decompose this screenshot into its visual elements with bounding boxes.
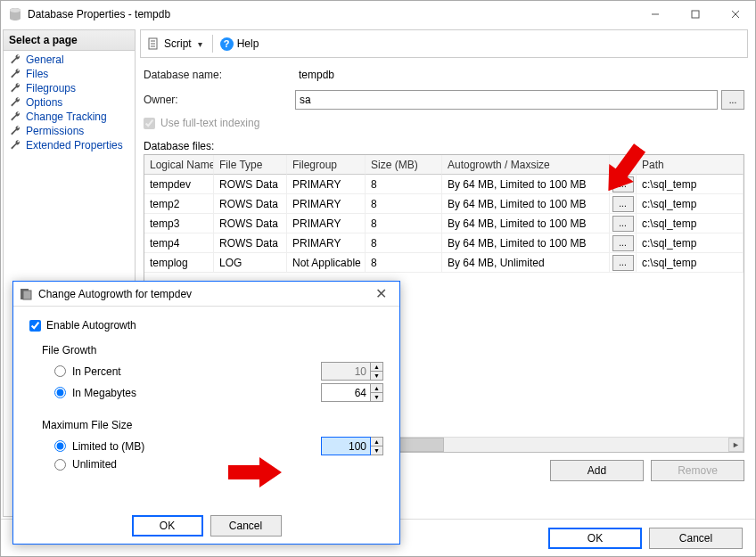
nav-item-general[interactable]: General	[4, 53, 135, 67]
ellipsis-button[interactable]: ...	[612, 176, 634, 192]
table-cell: By 64 MB, Limited to 100 MB	[442, 214, 610, 233]
autogrowth-browse-cell[interactable]: ...	[610, 233, 637, 253]
main-ok-button[interactable]: OK	[548, 528, 642, 549]
nav-item-label: Filegroups	[26, 82, 76, 94]
limited-radio[interactable]	[54, 440, 66, 452]
table-row[interactable]: temp3ROWS DataPRIMARY8By 64 MB, Limited …	[144, 214, 744, 233]
growth-mb-input[interactable]	[321, 383, 371, 402]
owner-label: Owner:	[144, 94, 295, 106]
ellipsis-button[interactable]: ...	[612, 216, 634, 232]
minimize-button[interactable]	[635, 1, 675, 28]
growth-mb-label: In Megabytes	[72, 387, 136, 399]
autogrowth-dialog: Change Autogrowth for tempdev ✕ Enable A…	[12, 281, 400, 545]
dbname-label: Database name:	[144, 69, 295, 81]
title-bar: Database Properties - tempdb	[1, 1, 755, 28]
limited-label: Limited to (MB)	[72, 440, 144, 453]
maximize-button[interactable]	[675, 1, 715, 28]
script-button[interactable]: Script	[164, 37, 192, 50]
autogrowth-browse-cell[interactable]: ...	[610, 175, 637, 194]
nav-item-label: Change Tracking	[26, 111, 107, 123]
table-row[interactable]: tempdevROWS DataPRIMARY8By 64 MB, Limite…	[144, 175, 744, 194]
nav-item-permissions[interactable]: Permissions	[4, 124, 135, 138]
table-cell: By 64 MB, Unlimited	[442, 253, 610, 273]
table-cell: tempdev	[144, 175, 214, 194]
growth-percent-radio[interactable]	[54, 365, 66, 377]
owner-browse-button[interactable]: ...	[721, 90, 744, 110]
column-header[interactable]: Path	[637, 155, 744, 175]
max-size-title: Maximum File Size	[42, 419, 383, 431]
enable-autogrowth-checkbox[interactable]	[29, 320, 41, 332]
column-header[interactable]: Size (MB)	[366, 155, 442, 175]
table-cell: PRIMARY	[287, 233, 366, 253]
column-header[interactable]: Autogrowth / Maxsize	[442, 155, 610, 175]
add-button[interactable]: Add	[550, 460, 644, 481]
script-dropdown-caret[interactable]: ▾	[195, 39, 205, 49]
table-cell: By 64 MB, Limited to 100 MB	[442, 175, 610, 194]
spin-up-icon[interactable]: ▲	[371, 438, 382, 446]
dialog-cancel-button[interactable]: Cancel	[210, 515, 282, 537]
limited-input[interactable]	[321, 437, 371, 455]
database-icon	[8, 7, 22, 21]
column-header[interactable]: File Type	[214, 155, 287, 175]
table-cell: PRIMARY	[287, 214, 366, 233]
column-header[interactable]: Filegroup	[287, 155, 366, 175]
spin-up-icon[interactable]: ▲	[371, 384, 382, 393]
svg-rect-11	[23, 291, 31, 299]
nav-item-label: Extended Properties	[26, 139, 123, 152]
limited-stepper[interactable]: ▲▼	[321, 437, 383, 455]
table-cell: LOG	[214, 253, 287, 273]
table-row[interactable]: templogLOGNot Applicable8By 64 MB, Unlim…	[144, 253, 744, 273]
dbname-field	[295, 65, 687, 85]
table-cell: By 64 MB, Limited to 100 MB	[442, 233, 610, 253]
help-button[interactable]: Help	[237, 37, 259, 50]
table-cell: temp4	[144, 233, 214, 253]
autogrowth-browse-cell[interactable]: ...	[610, 194, 637, 214]
ellipsis-button[interactable]: ...	[612, 196, 634, 212]
ellipsis-button[interactable]: ...	[612, 255, 634, 271]
growth-percent-input	[321, 362, 371, 381]
script-icon	[146, 37, 160, 51]
owner-field[interactable]	[295, 90, 718, 110]
spin-down-icon[interactable]: ▼	[371, 446, 382, 455]
growth-mb-radio[interactable]	[54, 387, 66, 398]
scroll-right-button[interactable]: ►	[728, 438, 744, 452]
nav-item-extended-properties[interactable]: Extended Properties	[4, 138, 135, 152]
remove-button: Remove	[651, 460, 744, 481]
dialog-close-button[interactable]: ✕	[367, 285, 394, 302]
close-button[interactable]	[715, 1, 755, 28]
max-size-group: Maximum File Size Limited to (MB) ▲▼ Unl…	[29, 419, 383, 473]
table-cell: temp3	[144, 214, 214, 233]
toolbar: Script ▾ ? Help	[140, 29, 748, 58]
nav-item-filegroups[interactable]: Filegroups	[4, 81, 135, 95]
autogrowth-browse-cell[interactable]: ...	[610, 253, 637, 273]
nav-item-options[interactable]: Options	[4, 95, 135, 110]
files-label: Database files:	[144, 140, 744, 152]
file-growth-group: File Growth In Percent ▲▼ In Megabytes ▲…	[29, 344, 383, 405]
help-icon[interactable]: ?	[220, 37, 234, 51]
fulltext-checkbox	[144, 118, 155, 129]
table-cell: 8	[366, 233, 442, 253]
main-cancel-button[interactable]: Cancel	[649, 528, 743, 549]
nav-item-change-tracking[interactable]: Change Tracking	[4, 110, 135, 124]
growth-mb-stepper[interactable]: ▲▼	[321, 383, 383, 402]
spin-down-icon[interactable]: ▼	[371, 393, 382, 401]
table-cell: c:\sql_temp	[637, 253, 744, 273]
table-cell: c:\sql_temp	[637, 194, 744, 214]
table-cell: 8	[366, 214, 442, 233]
nav-item-files[interactable]: Files	[4, 67, 135, 81]
table-cell: 8	[366, 253, 442, 273]
table-cell: PRIMARY	[287, 175, 366, 194]
ellipsis-button[interactable]: ...	[612, 235, 634, 251]
nav-item-label: Files	[26, 68, 48, 80]
table-cell: ROWS Data	[214, 214, 287, 233]
column-header[interactable]: Logical Name	[144, 155, 214, 175]
dialog-ok-button[interactable]: OK	[132, 515, 203, 537]
column-header[interactable]	[610, 155, 637, 175]
unlimited-radio[interactable]	[54, 459, 66, 471]
autogrowth-browse-cell[interactable]: ...	[610, 214, 637, 233]
nav-item-label: General	[26, 53, 64, 66]
enable-autogrowth-label: Enable Autogrowth	[46, 319, 136, 332]
dialog-title: Change Autogrowth for tempdev	[38, 288, 367, 300]
table-row[interactable]: temp2ROWS DataPRIMARY8By 64 MB, Limited …	[144, 194, 744, 214]
table-row[interactable]: temp4ROWS DataPRIMARY8By 64 MB, Limited …	[144, 233, 744, 253]
